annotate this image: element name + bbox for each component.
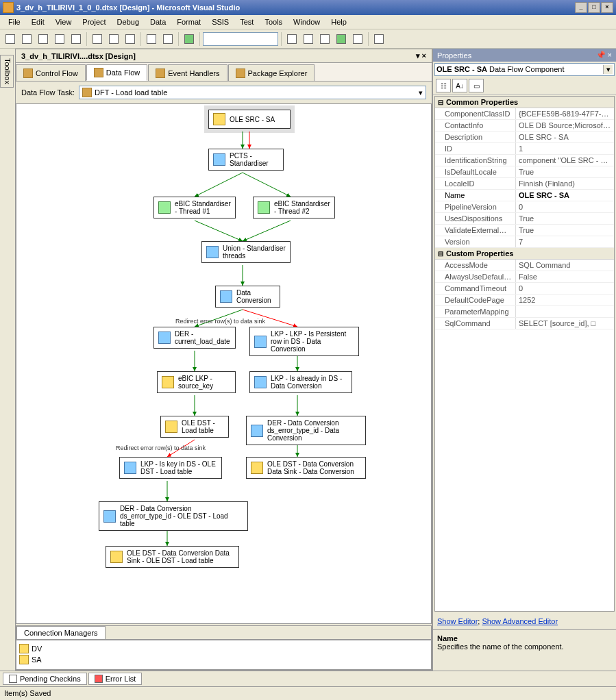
property-row[interactable]: IdentificationStringcomponent "OLE SRC -… (435, 155, 614, 166)
property-row[interactable]: CommandTimeout0 (435, 283, 614, 295)
property-row[interactable]: Version7 (435, 236, 614, 248)
property-value[interactable]: OLE DB Source;Microsoft C (516, 120, 614, 131)
redo-button[interactable] (160, 32, 175, 47)
copy-button[interactable] (106, 32, 121, 47)
tb-icon-1[interactable] (284, 32, 299, 47)
shape-ole-src-sa[interactable]: OLE SRC - SA (208, 110, 291, 129)
tb-icon-5[interactable] (350, 32, 365, 47)
new-project-button[interactable] (3, 32, 18, 47)
property-value[interactable]: 7 (516, 236, 614, 247)
minimize-button[interactable]: _ (575, 2, 587, 13)
menu-format[interactable]: Format (171, 16, 206, 27)
property-row[interactable]: IsDefaultLocaleTrue (435, 166, 614, 178)
property-row[interactable]: LocaleIDFinnish (Finland) (435, 178, 614, 190)
property-value[interactable]: True (516, 225, 614, 236)
property-value[interactable]: False (516, 271, 614, 282)
property-value[interactable]: SELECT [source_id], □ (516, 318, 614, 329)
property-value[interactable]: component "OLE SRC - SA" (516, 155, 614, 166)
property-value[interactable]: OLE SRC - SA (516, 190, 614, 201)
menu-view[interactable]: View (50, 16, 77, 27)
menu-debug[interactable]: Debug (112, 16, 145, 27)
property-row[interactable]: ID1 (435, 143, 614, 155)
property-value[interactable]: 1252 (516, 295, 614, 305)
save-button[interactable] (52, 32, 67, 47)
shape-ole-load[interactable]: OLE DST - Load table (160, 416, 229, 438)
property-value[interactable]: True (516, 213, 614, 224)
property-row[interactable]: ComponentClassID{BCEFE59B-6819-47F7-A12 (435, 108, 614, 120)
menu-test[interactable]: Test (234, 16, 259, 27)
property-row[interactable]: ParameterMapping (435, 306, 614, 318)
shape-ebic-lkp[interactable]: eBIC LKP - source_key (157, 371, 236, 393)
shape-der-err[interactable]: DER - Data Conversion ds_error_type_id -… (246, 416, 366, 445)
tab-menu-icon[interactable]: ▾ × (416, 51, 426, 60)
property-value[interactable]: True (516, 166, 614, 177)
property-row[interactable]: PipelineVersion0 (435, 201, 614, 213)
maximize-button[interactable]: □ (588, 2, 600, 13)
shape-der-load[interactable]: DER - current_load_date (153, 327, 236, 349)
properties-object-selector[interactable]: OLE SRC - SA Data Flow Component ▾ (434, 63, 615, 76)
design-canvas[interactable]: OLE SRC - SA PCTS - Standardiser eBIC St… (16, 103, 432, 624)
property-row[interactable]: DefaultCodePage1252 (435, 295, 614, 306)
shape-data-conversion[interactable]: Data Conversion (215, 286, 280, 308)
shape-union[interactable]: Union - Standardiser threads (201, 241, 291, 263)
open-button[interactable] (36, 32, 51, 47)
config-combo[interactable] (203, 32, 278, 46)
property-value[interactable]: 1 (516, 143, 614, 154)
menu-help[interactable]: Help (325, 16, 352, 27)
shape-lkp-key[interactable]: LKP - Is key in DS - OLE DST - Load tabl… (119, 457, 222, 479)
shape-lkp-already[interactable]: LKP - Is already in DS - Data Conversion (249, 371, 352, 393)
property-row[interactable]: ContactInfoOLE DB Source;Microsoft C (435, 120, 614, 132)
shape-ebic-1[interactable]: eBIC Standardiser - Thread #1 (153, 197, 236, 218)
categorize-button[interactable]: ☷ (436, 79, 451, 92)
property-row[interactable]: AlwaysUseDefaultCodePageFalse (435, 271, 614, 283)
property-value[interactable]: Finnish (Finland) (516, 178, 614, 189)
menu-project[interactable]: Project (77, 16, 111, 27)
property-value[interactable]: OLE SRC - SA (516, 132, 614, 142)
menu-file[interactable]: File (3, 16, 26, 27)
close-window-button[interactable]: × (601, 2, 613, 13)
property-row[interactable]: AccessModeSQL Command (435, 260, 614, 271)
property-row[interactable]: NameOLE SRC - SA (435, 190, 614, 201)
tab-control-flow[interactable]: Control Flow (16, 64, 86, 81)
show-editor-link[interactable]: Show Editor (437, 617, 478, 625)
property-category[interactable]: Custom Properties (435, 248, 614, 260)
menu-edit[interactable]: Edit (26, 16, 50, 27)
tb-icon-6[interactable] (371, 32, 386, 47)
shape-ole-final[interactable]: OLE DST - Data Conversion Data Sink - OL… (106, 546, 239, 568)
paste-button[interactable] (123, 32, 138, 47)
data-flow-task-dropdown[interactable]: DFT - Load load table ▾ (79, 86, 426, 99)
connection-item[interactable]: DV (19, 643, 428, 654)
shape-pcts[interactable]: PCTS - Standardiser (208, 149, 284, 171)
menu-data[interactable]: Data (145, 16, 171, 27)
pin-icon[interactable]: 📌 × (596, 51, 612, 60)
property-value[interactable]: {BCEFE59B-6819-47F7-A12 (516, 108, 614, 119)
toolbox-tab[interactable]: Toolbox (0, 55, 14, 88)
tb-icon-2[interactable] (301, 32, 316, 47)
show-advanced-editor-link[interactable]: Show Advanced Editor (482, 617, 558, 625)
shape-ebic-2[interactable]: eBIC Standardiser - Thread #2 (253, 197, 335, 218)
shape-ole-sink[interactable]: OLE DST - Data Conversion Data Sink - Da… (246, 457, 366, 479)
property-value[interactable]: 0 (516, 283, 614, 294)
tb-icon-4[interactable] (334, 32, 349, 47)
undo-button[interactable] (144, 32, 159, 47)
connection-managers-tab[interactable]: Connection Managers (16, 626, 106, 639)
menu-tools[interactable]: Tools (259, 16, 288, 27)
tab-data-flow[interactable]: Data Flow (86, 64, 148, 81)
menu-ssis[interactable]: SSIS (206, 16, 234, 27)
property-category[interactable]: Common Properties (435, 97, 614, 108)
sort-az-button[interactable]: A↓ (452, 79, 467, 92)
menu-window[interactable]: Window (288, 16, 325, 27)
property-row[interactable]: ValidateExternalMetadataTrue (435, 225, 614, 236)
tb-icon-3[interactable] (317, 32, 332, 47)
property-value[interactable]: SQL Command (516, 260, 614, 271)
property-pages-button[interactable]: ▭ (469, 79, 484, 92)
shape-der-ole[interactable]: DER - Data Conversion ds_error_type_id -… (99, 501, 248, 531)
property-value[interactable] (516, 306, 614, 317)
property-row[interactable]: DescriptionOLE SRC - SA (435, 132, 614, 143)
document-tab[interactable]: 3_dv_h_TILIRIVI....dtsx [Design] ▾ × (16, 49, 432, 63)
save-all-button[interactable] (69, 32, 84, 47)
pending-checkins-tab[interactable]: Pending Checkins (3, 673, 87, 685)
error-list-tab[interactable]: Error List (88, 673, 143, 685)
shape-lkp-persistent[interactable]: LKP - LKP - Is Persistent row in DS - Da… (249, 327, 359, 356)
property-value[interactable]: 0 (516, 201, 614, 212)
